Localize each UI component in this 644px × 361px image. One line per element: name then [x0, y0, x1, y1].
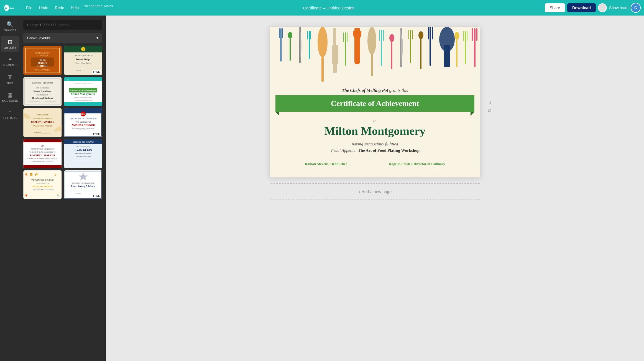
signer1-name: Ramon Stevens [305, 162, 329, 166]
svg-text:Certificate of Achievement: Certificate of Achievement [70, 89, 96, 92]
svg-text:🍟: 🍟 [25, 193, 28, 196]
template-card-8[interactable]: COLLEGE BOOK AWARD This is to certify th… [64, 139, 103, 168]
svg-rect-136 [474, 28, 476, 67]
svg-rect-60 [23, 165, 62, 168]
svg-rect-102 [307, 31, 308, 39]
template-card-10[interactable]: CERTIFICATE OF MEMBERSHIP Robert Anthony… [64, 170, 103, 199]
background-icon: ▦ [7, 92, 13, 98]
sidebar-label-layouts: LAYOUTS [4, 46, 16, 49]
svg-text:AMANDA CONNOR: AMANDA CONNOR [71, 124, 95, 127]
svg-point-104 [318, 27, 328, 57]
svg-rect-32 [64, 102, 102, 106]
banner-right-fold [471, 112, 474, 116]
topbar: C anva File Undo Redo Help All changes s… [0, 0, 644, 16]
svg-rect-138 [476, 28, 477, 41]
svg-text:Robert Anthony Z. Baldwin: Robert Anthony Z. Baldwin [71, 185, 95, 187]
elements-icon: ✦ [8, 56, 12, 63]
sidebar-item-layouts[interactable]: ⊞ LAYOUTS [1, 36, 19, 52]
svg-point-131 [454, 32, 459, 40]
template-card-1[interactable]: CERTIFICATE OF ATTENDANCE THE DAILY GRIN… [23, 46, 62, 75]
sidebar-item-background[interactable]: ▦ BKGROUND [1, 89, 19, 105]
templates-grid: CERTIFICATE OF ATTENDANCE THE DAILY GRIN… [23, 46, 102, 199]
svg-rect-137 [472, 28, 473, 41]
sidebar-label-search: SEARCH [4, 29, 16, 32]
topbar-right: Share Download Show team C [545, 3, 641, 13]
svg-rect-116 [379, 30, 380, 41]
svg-rect-134 [463, 31, 464, 41]
sidebar-label-uploads: UPLOADS [3, 117, 17, 120]
template-card-9[interactable]: 🍕 🍔 🌮 🍟 🍦 🧁 FASTEST FOOD COMPANY This is… [23, 170, 62, 199]
svg-text:🍦: 🍦 [54, 173, 57, 176]
icon-sidebar: 🔍 SEARCH ⊞ LAYOUTS ✦ ELEMENTS T TEXT ▦ B… [0, 16, 20, 361]
svg-text:FASTEST FOOD COMPANY: FASTEST FOOD COMPANY [31, 179, 54, 181]
svg-text:🍕: 🍕 [25, 173, 28, 176]
cert-body[interactable]: The Chefs of Melting Pot grants this Cer… [270, 82, 480, 177]
template-card-3[interactable]: Eastwood High School This certifies that… [23, 77, 62, 106]
svg-rect-133 [465, 31, 466, 64]
svg-rect-122 [408, 30, 409, 39]
svg-text:anva: anva [8, 7, 14, 9]
sidebar-item-uploads[interactable]: ↑ UPLOADS [1, 106, 19, 122]
cert-signer-1: Ramon Stevens, Head Chef [305, 162, 347, 166]
svg-rect-125 [420, 39, 421, 69]
cert-desc-bold: The Art of Food Plating Workshop [358, 148, 420, 153]
main-layout: 🔍 SEARCH ⊞ LAYOUTS ✦ ELEMENTS T TEXT ▦ B… [0, 16, 644, 361]
svg-text:is a member of the Fastest Foo: is a member of the Fastest Food [32, 189, 53, 190]
svg-text:CORDOVA DESIGN INSTITUTE: CORDOVA DESIGN INSTITUTE [31, 160, 53, 162]
sidebar-item-search[interactable]: 🔍 SEARCH [1, 18, 19, 35]
cert-header [270, 27, 480, 82]
free-badge-10: FREE [92, 194, 101, 198]
svg-text:GRIND: GRIND [37, 64, 48, 67]
svg-rect-110 [343, 32, 344, 42]
svg-text:High School Diploma: High School Diploma [32, 97, 53, 99]
menu-help[interactable]: Help [68, 4, 82, 12]
cert-title[interactable]: Certificate of Achievement [331, 99, 419, 108]
sidebar-label-elements: ELEMENTS [2, 64, 17, 67]
show-team-button[interactable]: Show team [609, 6, 628, 10]
free-badge-6: FREE [92, 132, 101, 136]
template-card-5[interactable]: MEMBERSHIP This certificate is awarded t… [23, 108, 62, 137]
sidebar-item-elements[interactable]: ✦ ELEMENTS [1, 53, 19, 70]
layouts-icon: ⊞ [8, 39, 12, 45]
svg-point-113 [367, 27, 376, 55]
svg-rect-112 [354, 28, 360, 31]
design-title: Certificate – Untitled Design [303, 6, 355, 10]
menu-undo[interactable]: Undo [36, 4, 51, 12]
cert-recipient-name[interactable]: Milton Montgomery [284, 124, 466, 138]
banner-left-fold [275, 112, 279, 116]
svg-point-98 [288, 32, 292, 39]
svg-text:🌮: 🌮 [35, 173, 38, 176]
svg-rect-117 [383, 30, 384, 41]
download-button[interactable]: Download [567, 3, 596, 12]
certificate[interactable]: The Chefs of Melting Pot grants this Cer… [270, 27, 480, 178]
svg-rect-115 [381, 30, 382, 66]
svg-rect-96 [282, 28, 283, 38]
svg-rect-123 [412, 30, 413, 39]
svg-text:Director ___________: Director ___________ [76, 193, 91, 194]
share-button[interactable]: Share [545, 3, 565, 12]
sidebar-item-text[interactable]: T TEXT [1, 71, 19, 88]
layouts-dropdown[interactable]: Canva layouts ▾ [23, 33, 102, 43]
user-avatar[interactable]: C [631, 3, 641, 13]
uploads-icon: ↑ [9, 109, 11, 115]
menu-file[interactable]: File [23, 4, 35, 12]
svg-rect-109 [345, 32, 346, 66]
svg-text:This certifies that: This certifies that [75, 121, 91, 123]
menu-redo[interactable]: Redo [52, 4, 67, 12]
template-card-2[interactable]: ✓ OAKS HILL INSTITUTE Darrell Phelps Pri… [64, 46, 103, 75]
svg-rect-135 [467, 31, 467, 41]
svg-rect-101 [309, 31, 310, 59]
search-input[interactable] [23, 20, 102, 30]
svg-text:COLLEGE BOOK AWARD: COLLEGE BOOK AWARD [73, 141, 94, 143]
cert-signers: Ramon Stevens, Head Chef Rogelio Fowler,… [284, 162, 466, 166]
svg-rect-105 [321, 57, 324, 82]
template-card-7[interactable]: — CDI — CERTIFICATE OF MEMBERSHIP THIS C… [23, 139, 62, 168]
canva-logo[interactable]: C anva [3, 3, 18, 12]
template-card-6[interactable]: STOP CERTIFICATE OF COMPLETION This cert… [64, 108, 103, 137]
search-panel: Canva layouts ▾ CERTIFICATE OF ATTENDANC… [20, 16, 106, 361]
svg-rect-119 [391, 42, 392, 69]
add-page-button[interactable]: + Add a new page [270, 183, 480, 200]
svg-text:Milton Montgomery: Milton Montgomery [71, 92, 95, 95]
duplicate-icon[interactable]: ⧉ [488, 108, 491, 113]
template-card-4[interactable]: 🍴 Certificate of Achievement Certificate… [64, 77, 103, 106]
